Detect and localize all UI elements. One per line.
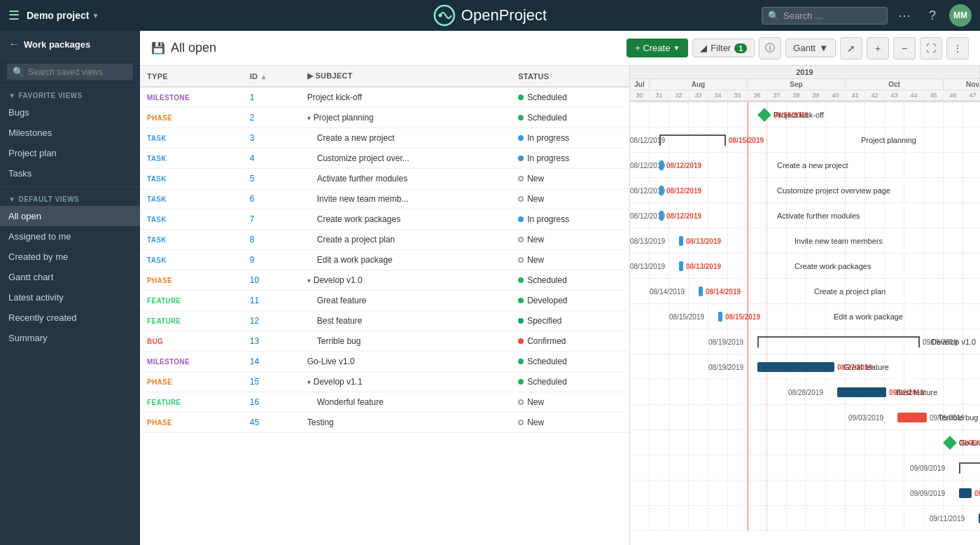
gantt-bar — [897, 413, 927, 422]
table-row[interactable]: PHASE2▾Project planningScheduled — [140, 108, 629, 128]
work-package-type: MILESTONE — [147, 358, 190, 366]
create-button[interactable]: + Create ▼ — [626, 39, 688, 57]
table-row[interactable]: BUG13Terrible bugConfirmed — [140, 331, 629, 352]
gantt-row[interactable]: 08/12/201908/12/2019Customize project ov… — [630, 178, 980, 203]
gantt-month-cell: Oct — [846, 79, 944, 90]
col-type[interactable]: TYPE — [140, 66, 243, 87]
work-package-id[interactable]: 14 — [250, 357, 259, 366]
gantt-row[interactable]: 08/15/201908/15/2019Edit a work package — [630, 304, 980, 329]
work-package-id[interactable]: 4 — [250, 153, 255, 163]
sidebar-item-created-by-me[interactable]: Created by me — [0, 247, 140, 267]
sidebar-search-box[interactable]: 🔍 — [7, 64, 133, 80]
table-row[interactable]: TASK6Invite new team memb...New — [140, 189, 629, 209]
gantt-row[interactable]: 08/28/201909/02/2019Best feature — [630, 380, 980, 405]
work-package-id[interactable]: 2 — [250, 113, 255, 123]
gantt-row[interactable]: 09/09/201909/13/2019Develop v1.1 — [630, 455, 980, 481]
sidebar-item-summary[interactable]: Summary — [0, 328, 140, 348]
page-title-area: 💾 All open — [151, 41, 216, 55]
gantt-row[interactable]: 09/06/2019Go-Live v1.0 — [630, 430, 980, 455]
expand-button[interactable]: ➚ — [840, 37, 862, 60]
table-row[interactable]: TASK4Customize project over...In progres… — [140, 149, 629, 169]
sidebar-item-project-plan[interactable]: Project plan — [0, 143, 140, 163]
table-row[interactable]: TASK8Create a project planNew — [140, 230, 629, 250]
sidebar-item-latest-activity[interactable]: Latest activity — [0, 287, 140, 308]
table-row[interactable]: TASK5Activate further modulesNew — [140, 169, 629, 189]
top-right-tools: 🔍 ⋯ ? MM — [762, 4, 972, 27]
work-package-id[interactable]: 11 — [250, 296, 259, 305]
gantt-row[interactable]: 09/09/201909/10/2019Wonderful feature — [630, 481, 980, 506]
table-row[interactable]: TASK9Edit a work packageNew — [140, 250, 629, 270]
collapse-arrow-icon[interactable]: ▾ — [307, 114, 311, 122]
work-package-type: TASK — [147, 256, 167, 264]
status-dot — [518, 196, 524, 202]
work-package-id[interactable]: 3 — [250, 133, 255, 143]
gantt-view-button[interactable]: Gantt ▼ — [785, 39, 836, 57]
gantt-row[interactable]: 08/16/2019Project kick-off — [630, 102, 980, 127]
work-package-id[interactable]: 10 — [250, 275, 259, 285]
table-row[interactable]: FEATURE12Best featureSpecified — [140, 311, 629, 331]
table-row[interactable]: PHASE15▾Develop v1.1Scheduled — [140, 372, 629, 392]
gantt-week-cell: 32 — [669, 90, 689, 100]
filter-button[interactable]: ◢ Filter 1 — [692, 39, 755, 57]
work-package-id[interactable]: 7 — [250, 214, 255, 224]
work-package-id[interactable]: 9 — [250, 255, 255, 265]
avatar[interactable]: MM — [949, 4, 972, 27]
fullscreen-button[interactable]: ⛶ — [920, 37, 942, 60]
gantt-row[interactable]: 08/19/201909/05/2019Develop v1.0 — [630, 329, 980, 354]
gantt-row[interactable]: 08/13/201908/13/2019Invite new team memb… — [630, 228, 980, 254]
favorite-views-section[interactable]: ▼ FAVORITE VIEWS — [0, 86, 140, 102]
work-package-id[interactable]: 45 — [250, 418, 259, 427]
global-search[interactable]: 🔍 — [762, 7, 888, 25]
table-row[interactable]: TASK3Create a new projectIn progress — [140, 128, 629, 149]
collapse-arrow-icon[interactable]: ▾ — [307, 277, 311, 284]
info-button[interactable]: ⓘ — [759, 37, 781, 60]
work-package-id[interactable]: 15 — [250, 377, 259, 387]
sidebar-item-gantt-chart[interactable]: Gantt chart — [0, 267, 140, 287]
default-views-section[interactable]: ▼ DEFAULT VIEWS — [0, 190, 140, 206]
table-row[interactable]: TASK7Create work packagesIn progress — [140, 209, 629, 230]
menu-icon[interactable]: ☰ — [8, 8, 20, 23]
col-id[interactable]: ID ▲ — [243, 66, 300, 87]
sidebar-item-tasks[interactable]: Tasks — [0, 163, 140, 184]
sidebar-item-assigned-to-me[interactable]: Assigned to me — [0, 226, 140, 247]
col-subject[interactable]: ▶ SUBJECT — [300, 66, 511, 87]
more-options-button[interactable]: ⋮ — [946, 37, 969, 60]
sidebar-search-input[interactable] — [28, 67, 127, 77]
work-package-id[interactable]: 5 — [250, 174, 255, 184]
gantt-row[interactable]: 09/03/201909/05/2019Terrible bug — [630, 405, 980, 430]
col-status[interactable]: STATUS — [511, 66, 629, 87]
work-package-id[interactable]: 6 — [250, 194, 255, 204]
search-input[interactable] — [783, 11, 874, 21]
table-row[interactable]: PHASE45TestingNew — [140, 413, 629, 433]
work-package-status: Specified — [511, 311, 629, 331]
project-selector[interactable]: Demo project ▼ — [27, 10, 99, 21]
work-package-id[interactable]: 8 — [250, 235, 255, 244]
zoom-out-button[interactable]: − — [893, 37, 916, 60]
table-row[interactable]: PHASE10▾Develop v1.0Scheduled — [140, 270, 629, 291]
table-row[interactable]: FEATURE11Great featureDeveloped — [140, 291, 629, 311]
gantt-row[interactable]: 08/13/201908/13/2019Create work packages — [630, 254, 980, 279]
table-row[interactable]: MILESTONE14Go-Live v1.0Scheduled — [140, 352, 629, 372]
sidebar-item-recently-created[interactable]: Recently created — [0, 308, 140, 328]
work-package-id[interactable]: 16 — [250, 397, 259, 407]
zoom-in-button[interactable]: + — [867, 37, 889, 60]
sidebar-item-milestones[interactable]: Milestones — [0, 123, 140, 143]
sidebar-item-all-open[interactable]: All open — [0, 206, 140, 226]
sidebar-item-bugs[interactable]: Bugs — [0, 102, 140, 123]
modules-icon[interactable]: ⋯ — [893, 4, 916, 27]
table-row[interactable]: FEATURE16Wonderful featureNew — [140, 392, 629, 413]
help-icon[interactable]: ? — [921, 4, 944, 27]
gantt-start-date: 08/28/2019 — [788, 388, 823, 396]
work-package-id[interactable]: 13 — [250, 336, 259, 346]
gantt-row[interactable]: 09/11/201909/13/2019Testing — [630, 506, 980, 531]
work-package-id[interactable]: 12 — [250, 316, 259, 326]
gantt-row[interactable]: 08/19/201908/27/2019Great feature — [630, 354, 980, 380]
gantt-row[interactable]: 08/12/201908/15/2019Project planning — [630, 127, 980, 153]
gantt-row[interactable]: 08/12/201908/12/2019Activate further mod… — [630, 203, 980, 228]
work-package-id[interactable]: 1 — [250, 92, 255, 102]
gantt-row[interactable]: 08/14/201908/14/2019Create a project pla… — [630, 279, 980, 304]
gantt-row[interactable]: 08/12/201908/12/2019Create a new project — [630, 153, 980, 178]
collapse-arrow-icon[interactable]: ▾ — [307, 378, 311, 386]
sidebar-header[interactable]: ← Work packages — [0, 31, 140, 58]
table-row[interactable]: MILESTONE1Project kick-offScheduled — [140, 87, 629, 108]
